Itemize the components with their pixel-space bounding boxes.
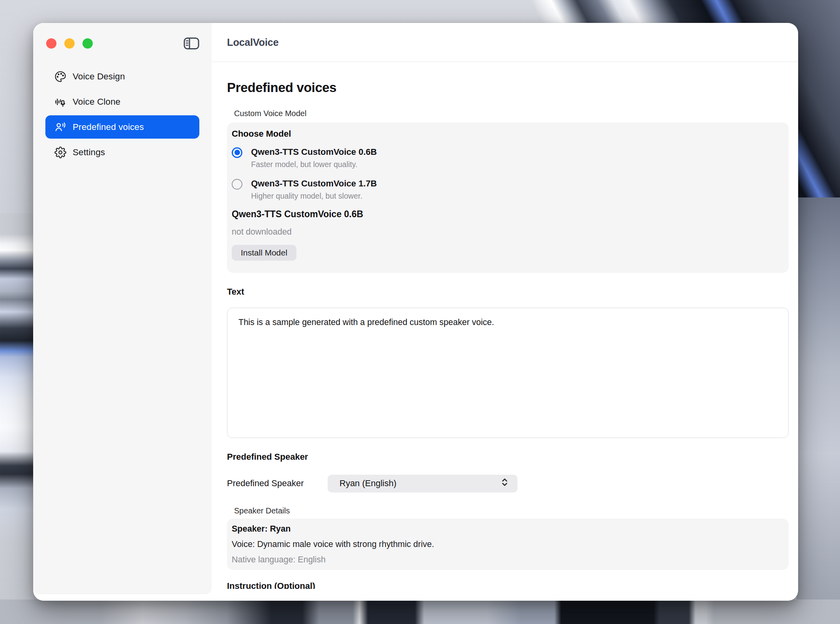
text-input[interactable]: This is a sample generated with a predef…: [227, 308, 789, 438]
model-download-status: not downloaded: [232, 227, 789, 237]
sidebar-item-label: Settings: [73, 147, 105, 158]
content-scroll-area[interactable]: Predefined voices Custom Voice Model Cho…: [212, 63, 798, 601]
speaker-select[interactable]: Ryan (English): [328, 475, 518, 492]
speaker-select-value: Ryan (English): [339, 478, 501, 489]
speaker-details-card: Speaker: Ryan Voice: Dynamic male voice …: [227, 519, 789, 570]
page-title: Predefined voices: [227, 80, 788, 95]
palette-icon: [54, 70, 67, 83]
chevron-up-down-icon: [501, 477, 509, 489]
close-window-button[interactable]: [46, 38, 56, 49]
predefined-speaker-heading: Predefined Speaker: [227, 452, 788, 462]
gear-icon: [54, 146, 67, 159]
instruction-section-clipped: Instruction (Optional): [227, 581, 788, 589]
model-option-0-6b[interactable]: Qwen3-TTS CustomVoice 0.6B Faster model,…: [232, 147, 789, 169]
choose-model-title: Choose Model: [232, 129, 789, 139]
toggle-sidebar-button[interactable]: [184, 37, 199, 50]
window-titlebar: LocalVoice: [212, 23, 798, 62]
speaker-name: Speaker: Ryan: [232, 524, 789, 534]
install-model-button[interactable]: Install Model: [232, 245, 296, 261]
model-option-description: Faster model, but lower quality.: [251, 160, 377, 169]
text-input-value: This is a sample generated with a predef…: [238, 316, 777, 328]
speaker-voice-description: Voice: Dynamic male voice with strong rh…: [232, 539, 789, 549]
wallpaper-pillars-bottom: [0, 600, 840, 624]
sidebar-item-voice-design[interactable]: Voice Design: [45, 65, 199, 88]
choose-model-card: Choose Model Qwen3-TTS CustomVoice 0.6B …: [227, 122, 789, 273]
sidebar-item-label: Voice Clone: [73, 97, 120, 107]
model-option-1-7b[interactable]: Qwen3-TTS CustomVoice 1.7B Higher qualit…: [232, 179, 789, 201]
model-option-description: Higher quality model, but slower.: [251, 192, 377, 201]
predefined-speaker-row: Predefined Speaker Ryan (English): [227, 475, 788, 492]
sidebar-item-settings[interactable]: Settings: [45, 141, 199, 164]
minimize-window-button[interactable]: [64, 38, 75, 49]
sidebar-item-predefined-voices[interactable]: Predefined voices: [45, 115, 199, 139]
person-wave-icon: [54, 121, 67, 133]
sidebar-item-voice-clone[interactable]: Voice Clone: [45, 90, 199, 113]
app-window: Voice Design Voice: [33, 23, 798, 601]
window-title: LocalVoice: [227, 23, 279, 62]
waveform-mic-icon: [54, 96, 67, 108]
wallpaper-gradient-right: [797, 197, 840, 624]
radio-selected-icon[interactable]: [232, 147, 242, 158]
wallpaper-bands-left: [0, 213, 34, 624]
sidebar-nav: Voice Design Voice: [45, 65, 199, 164]
sidebar-item-label: Voice Design: [73, 71, 125, 82]
window-controls: [46, 38, 93, 49]
speaker-details-label: Speaker Details: [234, 506, 788, 515]
model-option-name: Qwen3-TTS CustomVoice 0.6B: [251, 147, 377, 157]
custom-voice-model-label: Custom Voice Model: [234, 109, 788, 118]
main-area: LocalVoice Predefined voices Custom Voic…: [212, 23, 798, 601]
sidebar-toggle-icon: [184, 45, 199, 51]
selected-model-name: Qwen3-TTS CustomVoice 0.6B: [232, 209, 789, 220]
model-option-name: Qwen3-TTS CustomVoice 1.7B: [251, 179, 377, 189]
instruction-label: Instruction (Optional): [227, 581, 315, 589]
sidebar-item-label: Predefined voices: [73, 122, 144, 132]
sidebar: Voice Design Voice: [33, 23, 212, 594]
radio-unselected-icon[interactable]: [232, 179, 242, 190]
text-label: Text: [227, 287, 788, 297]
speaker-native-language: Native language: English: [232, 555, 789, 565]
desktop: Voice Design Voice: [0, 0, 840, 624]
zoom-window-button[interactable]: [82, 38, 93, 49]
predefined-speaker-label: Predefined Speaker: [227, 475, 304, 492]
